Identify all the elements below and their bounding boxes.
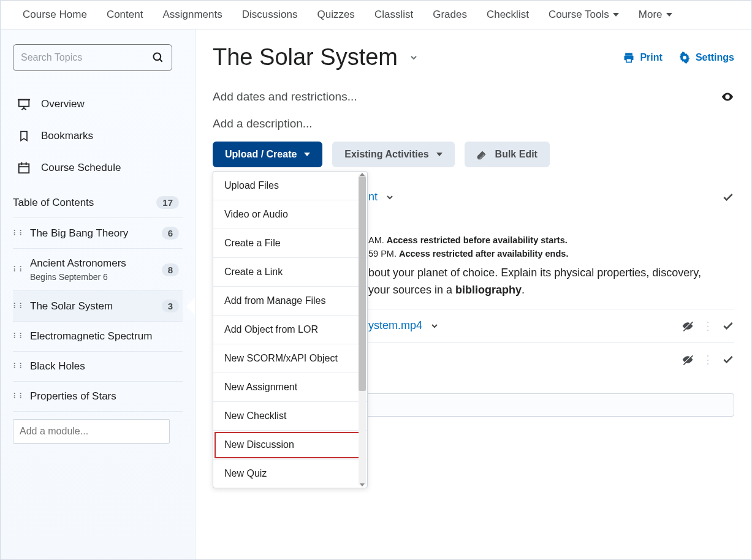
dropdown-upload-files[interactable]: Upload Files	[213, 172, 367, 200]
content-item-link[interactable]: nt	[368, 191, 378, 203]
dropdown-video-audio[interactable]: Video or Audio	[213, 200, 367, 229]
top-navbar: Course Home Content Assignments Discussi…	[1, 1, 751, 29]
existing-activities-button[interactable]: Existing Activities	[332, 142, 454, 167]
toc-item-label: The Big Bang Theory	[30, 227, 162, 240]
dropdown-new-discussion[interactable]: New Discussion	[213, 431, 367, 460]
page-title: The Solar System	[213, 44, 398, 70]
content-item-link[interactable]: ystem.mp4	[368, 319, 422, 332]
gear-icon	[678, 51, 691, 64]
check-icon[interactable]	[722, 354, 734, 366]
visibility-icon[interactable]	[721, 90, 734, 104]
nav-grades[interactable]: Grades	[423, 9, 477, 21]
toc-item-em-spectrum[interactable]: Electromagnetic Spectrum	[13, 321, 183, 351]
toc-item-count: 8	[162, 263, 179, 276]
chevron-down-icon[interactable]	[430, 321, 439, 331]
drag-handle-icon[interactable]	[13, 335, 24, 338]
more-options-icon[interactable]: ⋮	[702, 319, 713, 333]
nav-checklist[interactable]: Checklist	[477, 9, 539, 21]
sidebar-schedule[interactable]: Course Schedule	[13, 152, 183, 184]
sidebar-overview[interactable]: Overview	[13, 88, 183, 120]
toc-item-label: Black Holes	[30, 360, 179, 373]
svg-rect-13	[626, 58, 631, 62]
content-item-description: bout your planet of choice. Explain its …	[368, 265, 734, 299]
nav-course-home[interactable]: Course Home	[13, 9, 97, 21]
toc-item-ancient-astronomers[interactable]: Ancient Astronomers Begins September 6 8	[13, 248, 183, 290]
nav-discussions[interactable]: Discussions	[232, 9, 308, 21]
dropdown-new-checklist[interactable]: New Checklist	[213, 402, 367, 431]
scroll-up-icon[interactable]	[360, 173, 365, 176]
drag-handle-icon[interactable]	[13, 395, 24, 398]
search-icon[interactable]	[152, 51, 164, 64]
chevron-down-icon	[304, 153, 310, 156]
print-icon	[623, 51, 635, 64]
toc-label: Table of Contents	[13, 197, 94, 209]
svg-rect-7	[19, 164, 29, 173]
more-options-icon[interactable]: ⋮	[702, 353, 713, 366]
toc-item-label: Ancient Astronomers Begins September 6	[30, 257, 162, 282]
dropdown-new-assignment[interactable]: New Assignment	[213, 373, 367, 402]
content-item-3: ⋮	[368, 343, 734, 376]
check-icon[interactable]	[722, 191, 734, 203]
search-topics[interactable]	[13, 44, 172, 71]
calendar-icon	[17, 161, 31, 175]
toc-item-properties-of-stars[interactable]: Properties of Stars	[13, 381, 183, 412]
hidden-icon[interactable]	[682, 354, 694, 366]
check-icon[interactable]	[722, 320, 734, 332]
scrollbar[interactable]	[359, 174, 366, 485]
svg-line-6	[24, 108, 26, 110]
scrollbar-thumb[interactable]	[359, 176, 366, 391]
edit-icon	[477, 149, 488, 160]
toc-item-count: 3	[162, 300, 179, 312]
nav-content[interactable]: Content	[97, 9, 153, 21]
add-dates-link[interactable]: Add dates and restrictions...	[213, 90, 734, 104]
toc-item-big-bang[interactable]: The Big Bang Theory 6	[13, 218, 183, 248]
nav-assignments[interactable]: Assignments	[153, 9, 232, 21]
search-input[interactable]	[21, 52, 152, 63]
toc-item-label: The Solar System	[30, 300, 162, 312]
svg-rect-2	[19, 100, 29, 107]
drag-handle-icon[interactable]	[13, 305, 24, 308]
toc-item-label: Properties of Stars	[30, 390, 179, 403]
hidden-icon[interactable]	[682, 320, 694, 332]
availability-end: 59 PM. Access restricted after availabil…	[368, 249, 734, 259]
drag-handle-icon[interactable]	[13, 232, 24, 235]
title-dropdown-toggle[interactable]	[409, 53, 419, 62]
settings-button[interactable]: Settings	[678, 51, 734, 64]
toc-item-solar-system[interactable]: The Solar System 3	[13, 290, 183, 321]
action-button-row: Upload / Create Existing Activities Bulk…	[213, 142, 734, 167]
dropdown-add-manage-files[interactable]: Add from Manage Files	[213, 287, 367, 316]
toc-item-count: 6	[162, 227, 179, 240]
toc-header[interactable]: Table of Contents 17	[13, 184, 183, 218]
scroll-down-icon[interactable]	[360, 483, 365, 486]
nav-quizzes[interactable]: Quizzes	[307, 9, 364, 21]
sidebar-bookmarks[interactable]: Bookmarks	[13, 120, 183, 152]
chevron-down-icon	[666, 13, 672, 17]
dropdown-new-quiz[interactable]: New Quiz	[213, 460, 367, 488]
dropdown-create-link[interactable]: Create a Link	[213, 258, 367, 287]
add-module-input[interactable]	[13, 419, 170, 444]
print-button[interactable]: Print	[623, 51, 662, 64]
presentation-icon	[17, 97, 31, 112]
dropdown-create-file[interactable]: Create a File	[213, 229, 367, 258]
nav-more[interactable]: More	[629, 9, 682, 21]
print-label: Print	[640, 52, 662, 63]
upload-create-dropdown: Upload Files Video or Audio Create a Fil…	[213, 171, 368, 488]
sidebar-overview-label: Overview	[41, 98, 85, 110]
toc-item-black-holes[interactable]: Black Holes	[13, 351, 183, 381]
nav-course-tools[interactable]: Course Tools	[539, 9, 629, 21]
nav-classlist[interactable]: Classlist	[365, 9, 423, 21]
chevron-down-icon[interactable]	[385, 192, 395, 202]
dropdown-new-scorm[interactable]: New SCORM/xAPI Object	[213, 344, 367, 373]
add-description-link[interactable]: Add a description...	[213, 117, 734, 131]
svg-point-16	[726, 96, 729, 98]
dropdown-add-lor[interactable]: Add Object from LOR	[213, 316, 367, 344]
svg-line-5	[21, 108, 24, 110]
drag-handle-icon[interactable]	[13, 268, 24, 271]
bulk-edit-button[interactable]: Bulk Edit	[465, 142, 550, 167]
svg-rect-11	[626, 53, 633, 55]
drag-handle-icon[interactable]	[13, 365, 24, 368]
bookmark-icon	[17, 129, 31, 143]
svg-point-15	[683, 56, 686, 59]
sidebar-bookmarks-label: Bookmarks	[41, 130, 93, 142]
upload-create-button[interactable]: Upload / Create	[213, 142, 322, 167]
